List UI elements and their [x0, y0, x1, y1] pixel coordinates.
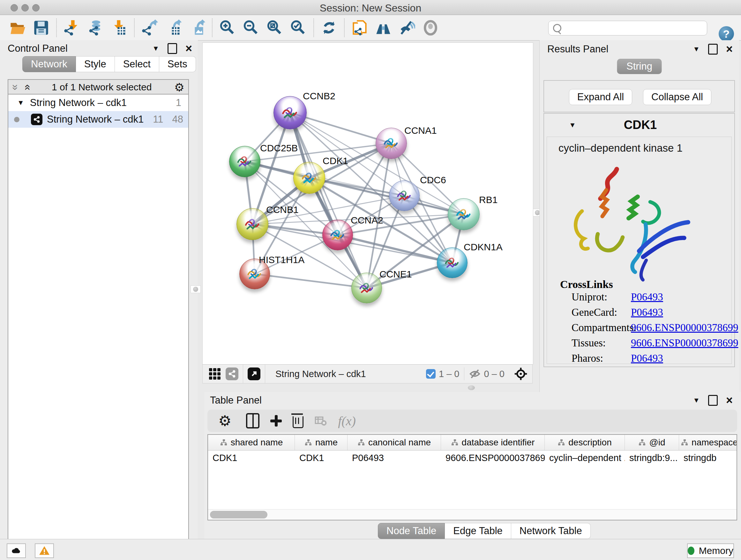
- network-collection-row[interactable]: ▼ String Network – cdk1 1: [8, 95, 188, 111]
- network-node-ccnb2[interactable]: [273, 96, 307, 129]
- search-input[interactable]: [564, 23, 707, 34]
- table-hscrollbar-thumb[interactable]: [210, 511, 267, 518]
- tab-sets[interactable]: Sets: [159, 56, 196, 72]
- zoom-fit-icon[interactable]: [266, 19, 284, 37]
- search-box[interactable]: [548, 21, 707, 36]
- table-cell[interactable]: stringdb: [679, 453, 737, 463]
- table-cell[interactable]: 9606.ENSP00000378699: [441, 453, 545, 463]
- network-node-ccna1[interactable]: [376, 128, 407, 159]
- network-options-gear-icon[interactable]: ⚙: [174, 81, 185, 94]
- open-in-new-window-icon[interactable]: [248, 368, 260, 380]
- import-network-from-database-icon[interactable]: [86, 19, 105, 37]
- network-edge[interactable]: [255, 274, 367, 288]
- export-table-icon[interactable]: [164, 19, 182, 37]
- save-session-icon[interactable]: [32, 19, 50, 37]
- table-cell[interactable]: CDK1: [208, 453, 295, 463]
- tab-network[interactable]: Network: [22, 56, 76, 72]
- grid-view-icon[interactable]: [209, 368, 220, 380]
- column-header-canonical-name[interactable]: canonical name: [347, 435, 441, 450]
- import-table-from-file-icon[interactable]: [110, 19, 128, 37]
- network-node-cdc6[interactable]: [389, 180, 420, 211]
- crosslink-link[interactable]: P06493: [631, 353, 663, 364]
- export-image-icon[interactable]: [188, 19, 206, 37]
- collapse-panel-icon[interactable]: ▼: [152, 44, 159, 53]
- network-node-ccne1[interactable]: [351, 273, 382, 303]
- gene-expander-icon[interactable]: ▼: [569, 121, 576, 129]
- memory-button[interactable]: Memory: [687, 543, 734, 558]
- collapse-all-button[interactable]: Collapse All: [643, 89, 711, 105]
- open-session-icon[interactable]: [9, 19, 26, 37]
- tab-edge-table[interactable]: Edge Table: [445, 523, 511, 539]
- column-header-name[interactable]: name: [295, 435, 347, 450]
- bottom-splitter-handle[interactable]: [468, 385, 475, 390]
- network-node-cdc25b[interactable]: [229, 146, 260, 177]
- zoom-selected-icon[interactable]: [289, 19, 307, 37]
- share-network-icon[interactable]: [226, 368, 239, 380]
- network-canvas[interactable]: CCNB2 CCNA1 CDC25B CDK1 CDC6 RB1: [202, 43, 533, 365]
- zoom-in-icon[interactable]: [219, 19, 237, 37]
- help-button[interactable]: ?: [719, 26, 734, 42]
- float-table-icon[interactable]: [708, 395, 718, 406]
- birds-eye-view-icon[interactable]: [421, 19, 440, 37]
- tab-style[interactable]: Style: [76, 56, 115, 72]
- table-cell[interactable]: CDK1: [295, 453, 347, 463]
- warnings-button[interactable]: [35, 543, 54, 558]
- column-header-namespace[interactable]: namespace: [679, 435, 737, 450]
- column-header-at-id[interactable]: @id: [625, 435, 679, 450]
- float-panel-icon[interactable]: [167, 43, 177, 54]
- table-cell[interactable]: cyclin–dependent ...: [545, 453, 625, 463]
- toolbar-separator: [344, 18, 345, 37]
- table-row[interactable]: CDK1CDK1P064939606.ENSP00000378699cyclin…: [208, 450, 737, 465]
- left-splitter-handle[interactable]: [191, 286, 201, 293]
- node-table[interactable]: shared namenamecanonical namedatabase id…: [207, 434, 737, 520]
- refresh-view-icon[interactable]: [320, 19, 338, 37]
- collapse-results-icon[interactable]: ▼: [693, 45, 700, 53]
- collection-expander-icon[interactable]: ▼: [17, 99, 24, 107]
- table-cell[interactable]: stringdb:9...: [625, 453, 679, 463]
- table-options-gear-icon[interactable]: ⚙: [218, 412, 231, 429]
- node-label: HIST1H1A: [259, 254, 305, 265]
- column-header-description[interactable]: description: [545, 435, 625, 450]
- delete-column-icon[interactable]: [293, 414, 304, 428]
- collapse-table-icon[interactable]: ▼: [693, 396, 700, 405]
- column-header-shared-name[interactable]: shared name: [208, 435, 295, 450]
- table-hscrollbar[interactable]: [208, 509, 737, 520]
- table-cell[interactable]: P06493: [347, 453, 441, 463]
- network-node-ccnb1[interactable]: [237, 208, 268, 240]
- network-node-cdkn1a[interactable]: [437, 247, 468, 278]
- selected-items-checkbox-icon[interactable]: [426, 369, 435, 379]
- binoculars-icon[interactable]: [374, 19, 392, 37]
- node-gloss: [299, 164, 320, 176]
- network-node-cdk1[interactable]: [293, 162, 325, 194]
- hide-graphics-details-icon[interactable]: [398, 19, 416, 37]
- tab-string[interactable]: String: [617, 59, 662, 74]
- network-row[interactable]: String Network – cdk1 11 48: [8, 111, 188, 128]
- network-node-ccna2[interactable]: [322, 220, 353, 250]
- birds-eye-crosshair-icon[interactable]: [514, 367, 528, 381]
- results-actions-box: Expand All Collapse All: [543, 80, 735, 112]
- export-network-icon[interactable]: [141, 19, 158, 37]
- expand-all-button[interactable]: Expand All: [569, 89, 632, 105]
- crosslink-link[interactable]: P06493: [631, 291, 663, 303]
- import-network-from-file-icon[interactable]: [63, 19, 81, 37]
- paste-style-icon[interactable]: [351, 19, 368, 37]
- close-table-icon[interactable]: ×: [726, 397, 733, 403]
- tab-select[interactable]: Select: [115, 56, 159, 72]
- crosslink-link[interactable]: 9606.ENSP00000378699: [631, 337, 738, 349]
- collapse-all-networks-icon[interactable]: »: [20, 84, 32, 90]
- float-results-icon[interactable]: [708, 44, 718, 55]
- tab-network-table[interactable]: Network Table: [511, 523, 591, 539]
- zoom-out-icon[interactable]: [242, 19, 260, 37]
- close-panel-icon[interactable]: ×: [185, 45, 192, 52]
- network-node-rb1[interactable]: [448, 198, 480, 230]
- add-column-icon[interactable]: [270, 415, 282, 427]
- column-header-database-identifier[interactable]: database identifier: [441, 435, 545, 450]
- show-columns-icon[interactable]: [246, 413, 259, 428]
- cloud-button[interactable]: [7, 543, 26, 558]
- tab-node-table[interactable]: Node Table: [378, 523, 445, 539]
- close-results-icon[interactable]: ×: [726, 46, 733, 52]
- column-label: canonical name: [368, 437, 431, 448]
- crosslink-link[interactable]: 9606.ENSP00000378699: [631, 322, 738, 334]
- node-gloss: [243, 210, 263, 222]
- crosslink-link[interactable]: P06493: [631, 307, 663, 318]
